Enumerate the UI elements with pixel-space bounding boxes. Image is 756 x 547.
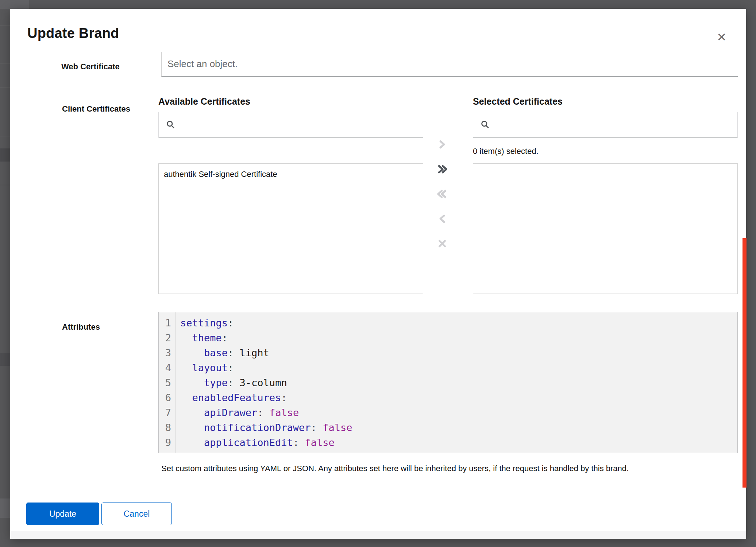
background-sidebar-divider [0, 185, 10, 185]
selected-count-status: 0 item(s) selected. [473, 147, 539, 156]
code-line-number: 4 [159, 360, 171, 375]
angle-right-icon [437, 139, 448, 150]
close-icon [437, 238, 448, 249]
code-line-number: 8 [159, 420, 171, 435]
code-line: type: 3-column [180, 375, 737, 390]
background-page-header-fragment [0, 0, 29, 9]
dual-list-controls [432, 136, 452, 252]
available-certificate-item[interactable]: authentik Self-signed Certificate [159, 164, 423, 185]
client-certificates-label: Client Certificates [62, 104, 130, 114]
page-title: Update Brand [27, 26, 119, 41]
background-sidebar-divider [0, 26, 10, 26]
background-sidebar-fragment [0, 148, 10, 162]
angle-double-right-icon [437, 164, 448, 175]
add-all-button[interactable] [432, 160, 452, 178]
code-line-number: 9 [159, 435, 171, 450]
code-line-number: 7 [159, 405, 171, 420]
attributes-code-editor[interactable]: 123456789 settings: theme: base: light l… [158, 312, 738, 453]
background-sidebar-divider [0, 88, 10, 88]
background-sidebar-divider [0, 112, 10, 112]
code-line: theme: [180, 330, 737, 345]
update-button[interactable]: Update [26, 503, 99, 525]
update-brand-modal: Update Brand ✕ Web Certificate Client Ce… [10, 9, 746, 539]
code-line-number: 3 [159, 345, 171, 360]
code-line: applicationEdit: false [180, 435, 737, 450]
code-line: settings: [180, 315, 737, 330]
selected-search-input[interactable] [494, 112, 737, 137]
code-line: notificationDrawer: false [180, 420, 737, 435]
close-icon[interactable]: ✕ [711, 28, 732, 47]
selected-certificates-list[interactable] [473, 163, 738, 294]
available-certificates-header: Available Certificates [158, 96, 250, 107]
background-sidebar-divider [0, 136, 10, 136]
attributes-help-text: Set custom attributes using YAML or JSON… [161, 464, 733, 473]
clear-selected-button[interactable] [432, 235, 452, 252]
code-line-number: 6 [159, 390, 171, 405]
background-red-edge-bar [742, 238, 747, 488]
available-certificates-list[interactable]: authentik Self-signed Certificate [158, 163, 423, 294]
code-content: settings: theme: base: light layout: typ… [176, 312, 737, 453]
code-line: base: light [180, 345, 737, 360]
remove-selected-button[interactable] [432, 210, 452, 228]
search-icon [481, 120, 490, 129]
web-certificate-select[interactable] [161, 52, 738, 77]
search-icon [166, 120, 176, 129]
background-sidebar-fragment [0, 353, 10, 366]
add-selected-button[interactable] [432, 136, 452, 153]
angle-double-left-icon [437, 189, 448, 199]
selected-certificates-header: Selected Certificates [473, 96, 563, 107]
available-search-box [158, 112, 423, 137]
code-line-number: 1 [159, 315, 171, 330]
code-line-number: 5 [159, 375, 171, 390]
web-certificate-label: Web Certificate [61, 62, 120, 71]
available-search-input[interactable] [180, 112, 423, 137]
code-line-numbers: 123456789 [159, 312, 176, 453]
angle-left-icon [437, 213, 448, 224]
code-line-number: 2 [159, 330, 171, 345]
cancel-button[interactable]: Cancel [101, 503, 172, 525]
modal-footer-strip [10, 531, 746, 539]
code-line: apiDrawer: false [180, 405, 737, 420]
code-line: layout: [180, 360, 737, 375]
code-line: enabledFeatures: [180, 390, 737, 405]
attributes-label: Attributes [62, 322, 100, 332]
background-sidebar-fragment [0, 498, 10, 518]
remove-all-button[interactable] [432, 185, 452, 203]
selected-search-box [473, 112, 738, 137]
background-sidebar-divider [0, 63, 10, 63]
